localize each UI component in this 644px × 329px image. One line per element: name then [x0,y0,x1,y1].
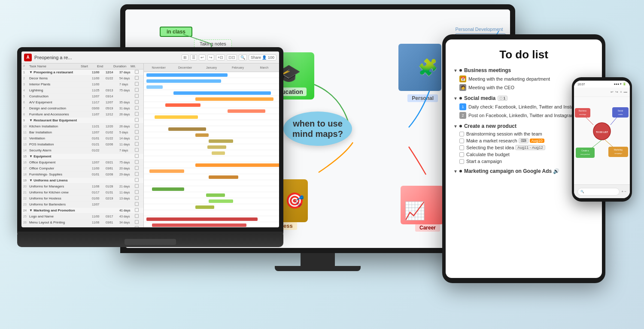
gantt-controls[interactable]: ⊞ ☰ ↩ ↪ +⊡ ⊡⊡ 🔍 Share 👤 100 [182,54,276,60]
section-arrow-product: ▼ [453,124,458,129]
gantt-title: Preopening a re... [34,55,182,60]
gantt-bar-row [144,210,279,216]
daily-check-text: Daily check: Facebook, LinkedIn, Twitter… [468,104,576,109]
table-row: 20 Uniforms for Managers 11/06 01/28 21 … [21,184,143,190]
section-arrow-social: ▼ [453,96,458,101]
month-feb: February [225,66,251,69]
central-line1: when to use [292,118,343,129]
gantt-share-btn[interactable]: Share 👤 100 [249,54,276,60]
table-row: 7 Design and construction 03/00 05/19 31… [21,106,143,112]
phone: 16:07 ●●● ▾ 🔋 ↩ ↪ + ••• TO DO LIST Busin… [572,77,632,202]
phone-zoom-controls[interactable]: + − [621,190,626,193]
personal-image: 🧩 [398,44,441,91]
checkbox-brainstorm[interactable] [459,132,464,136]
laptop-screen-frame: A Preopening a re... ⊞ ☰ ↩ ↪ +⊡ ⊡⊡ 🔍 Sha… [17,47,283,232]
phone-more-btn[interactable]: ••• [624,90,627,94]
gantt-bar-row [144,126,279,132]
gantt-btn-redo[interactable]: ↪ [207,54,214,60]
month-nov: November [146,66,172,69]
gantt-app-icon: A [24,54,32,61]
svg-line-0 [183,34,211,44]
phone-toolbar: ↩ ↪ + ••• [574,88,630,97]
table-row: 3 Interior Plants 11/00 7 days [21,81,143,88]
table-row: 10 Kitchen Installation 11/21 12/20 26 d… [21,124,143,130]
phone-time: 16:07 [577,83,585,86]
gantt-bar-row [144,78,279,84]
gantt-bar-row [144,138,279,144]
gantt-btn-add[interactable]: +⊡ [216,54,225,60]
col-end-header: End [97,64,113,68]
gantt-bar-row [144,90,279,96]
svg-rect-21 [608,147,628,157]
checkbox-campaign[interactable] [459,159,464,164]
table-row: 12 Ventilation 01/01 01/22 14 days [21,136,143,142]
todo-title: To do list [453,48,594,61]
gantt-body: # Task Name Start End Duration Mil. 1 ▼ … [21,63,279,227]
checkbox-idea[interactable] [459,145,464,150]
table-row: 18 Furnishings- Supplies 01/01 02/08 29 … [21,172,143,178]
monitor-neck [301,253,335,266]
section-title-business: Business meetings [464,67,511,73]
gantt-bar-row [144,144,279,150]
gantt-btn-list[interactable]: ☰ [190,54,197,60]
gantt-bar-row [144,180,279,186]
social-badge: □ 1 [498,96,507,101]
month-dec: December [172,66,198,69]
todo-section-header: ▼ Business meetings [453,67,594,73]
table-row: 25 Logo and Name 11/00 03/17 43 days [21,214,143,220]
table-row: 17 Office Computer 11/00 03/61 20 days [21,166,143,172]
section-bullet-marketing [459,170,462,172]
gantt-col-headers: # Task Name Start End Duration Mil. [21,63,143,69]
gantt-tasks-panel: # Task Name Start End Duration Mil. 1 ▼ … [21,63,144,227]
phone-bottom-bar: 🔍 + − [574,184,630,198]
gantt-bar-row [144,132,279,138]
section-arrow-marketing: ▼ [453,169,458,174]
svg-rect-13 [612,107,629,118]
col-task-header: Task Name [29,64,81,68]
svg-text:Create a: Create a [581,150,589,152]
gantt-btn-more[interactable]: ⊡⊡ [227,54,237,60]
table-row: 22 Uniforms for Hostess 01/00 02/19 13 d… [21,196,143,202]
svg-text:campaign: campaign [614,152,622,154]
gantt-header: A Preopening a re... ⊞ ☰ ↩ ↪ +⊡ ⊡⊡ 🔍 Sha… [21,51,279,63]
month-jan: January [198,66,225,69]
laptop: A Preopening a re... ⊞ ☰ ↩ ↪ +⊡ ⊡⊡ 🔍 Sha… [17,47,283,296]
table-row: 16 Office Equipment 12/07 03/21 75 days [21,160,143,166]
meeting-ceo-text: Meeting with the CEO [468,85,514,90]
section-bullet-product [459,125,462,127]
checkbox-market[interactable] [459,139,464,143]
gantt-bar-row [144,198,279,204]
phone-add-btn[interactable]: + [620,90,622,94]
monitor-base [275,266,361,271]
checkbox-budget[interactable] [459,152,464,157]
table-row: 9 ▼ Restaurant Bar Equipment [21,118,143,124]
gantt-chart-header: November December January February March [144,63,279,72]
table-row: 27 PR Selection Plan 12/13 01/06 35 days [21,226,143,227]
table-row: 6 A/V Equipment 11/17 12/07 35 days [21,100,143,106]
gantt-btn-search[interactable]: 🔍 [239,54,247,60]
table-row: 24 ▼ Marketing and Promotion 41 days [21,208,143,214]
phone-signal: ●●● ▾ 🔋 [614,82,626,86]
table-row: 13 POS Installation 01/21 02/06 11 days [21,142,143,148]
phone-screen: 16:07 ●●● ▾ 🔋 ↩ ↪ + ••• TO DO LIST Busin… [574,81,630,198]
gantt-bar-row [144,168,279,174]
phone-status-bar: 16:07 ●●● ▾ 🔋 [574,81,630,88]
gantt-btn-grid[interactable]: ⊞ [182,54,188,60]
gantt-bar-row [144,150,279,156]
svg-rect-17 [576,148,595,158]
gantt-bars-area [144,72,279,227]
col-mil-header: Mil. [131,64,141,68]
col-dur-header: Duration [113,64,131,68]
phone-undo-btn[interactable]: ↩ [611,90,614,94]
phone-search-bar[interactable]: 🔍 [577,188,620,196]
campaign-text: Start a campaign [466,159,502,164]
col-start-header: Start [81,64,97,68]
gantt-btn-undo[interactable]: ↩ [199,54,206,60]
laptop-trackpad[interactable] [125,239,176,245]
budget-text: Calculate the budget [466,152,510,157]
meeting-icon: 📅 [459,75,466,82]
phone-redo-btn[interactable]: ↪ [615,90,618,94]
table-row: 19 ▼ Uniforms and Linens [21,178,143,184]
table-row: 21 Uniforms for Kitchen crew 01/17 01/31… [21,190,143,196]
gantt-bar-row [144,102,279,108]
